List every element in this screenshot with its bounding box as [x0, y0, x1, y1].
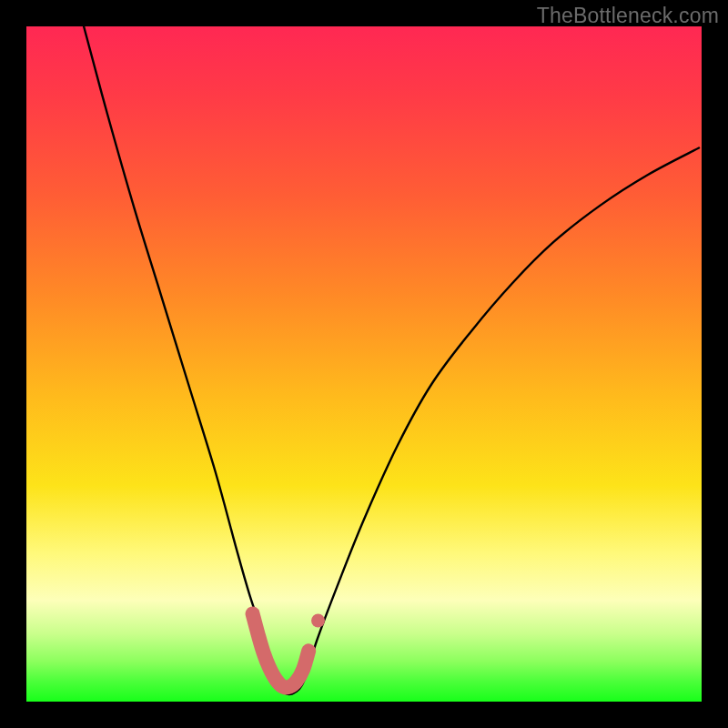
chart-stage: TheBottleneck.com	[0, 0, 728, 728]
watermark-text: TheBottleneck.com	[537, 4, 719, 28]
plot-area	[26, 26, 702, 702]
highlight-dot	[311, 613, 325, 627]
bottleneck-curve	[84, 26, 699, 694]
curve-layer	[26, 26, 702, 702]
highlight-band	[253, 614, 309, 688]
